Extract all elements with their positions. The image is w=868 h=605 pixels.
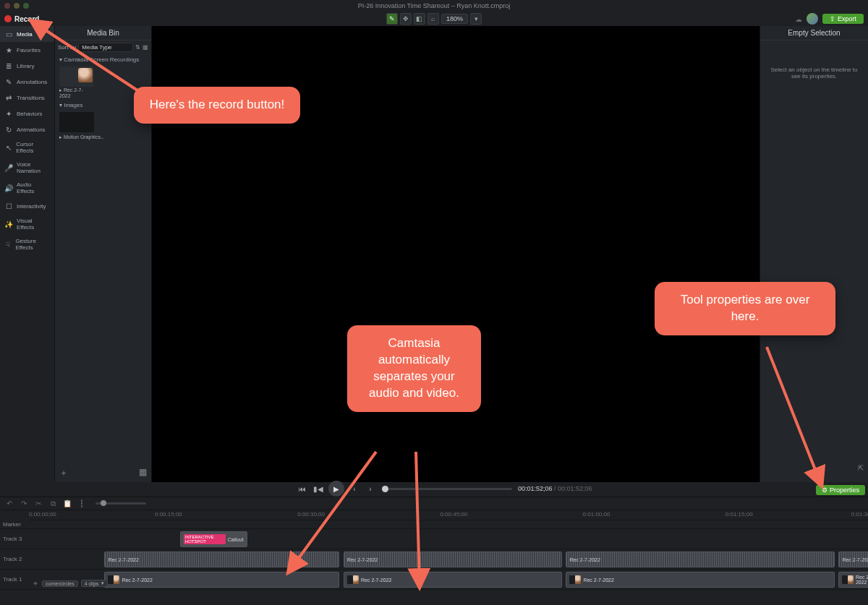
export-label: Export bbox=[838, 15, 856, 22]
sidebar-item-library[interactable]: ≣Library bbox=[0, 58, 54, 74]
redo-button[interactable]: ↷ bbox=[19, 499, 29, 509]
timeline-tracks: Track 3 INTERACTIVE HOTSPOT Callout Trac… bbox=[0, 529, 868, 590]
sidebar-item-label: Annotations bbox=[17, 79, 47, 85]
zoom-level[interactable]: 180% bbox=[441, 14, 468, 24]
prev-frame-button[interactable]: ⏮ bbox=[297, 483, 308, 494]
clip-video[interactable]: Rec 2-7-2022 bbox=[566, 572, 834, 588]
add-track-button[interactable]: ＋ bbox=[32, 578, 39, 588]
detach-panel-icon[interactable]: ⇱ bbox=[858, 464, 864, 472]
play-button[interactable]: ▶ bbox=[328, 481, 344, 497]
sidebar-item-animations[interactable]: ↻Animations bbox=[0, 121, 54, 137]
track-row[interactable]: Track 1 Rec 2-7-2022 Rec 2-7-2022 Rec 2-… bbox=[0, 570, 868, 590]
timeline-zoom-handle[interactable] bbox=[101, 500, 106, 506]
hotspot-badge: INTERACTIVE HOTSPOT bbox=[184, 534, 226, 544]
sidebar-item-media[interactable]: ▭Media bbox=[0, 26, 54, 42]
sort-asc-icon[interactable]: ⇅ bbox=[135, 44, 140, 51]
canvas-tools: ✎ ✥ ◧ ⌕ 180% ▾ bbox=[386, 13, 482, 25]
sidebar-item-favorites[interactable]: ★Favorites bbox=[0, 42, 54, 58]
ruler-tick: 0:00:45;00 bbox=[440, 511, 467, 518]
track-row[interactable]: Track 3 INTERACTIVE HOTSPOT Callout bbox=[0, 529, 868, 549]
cloud-icon[interactable]: ☁ bbox=[795, 15, 802, 23]
top-toolbar: Record ✎ ✥ ◧ ⌕ 180% ▾ ☁ ⇪ Export bbox=[0, 12, 868, 26]
undo-button[interactable]: ↶ bbox=[4, 499, 14, 509]
clip-video[interactable]: Rec 2-7-2022 bbox=[104, 572, 339, 588]
export-button[interactable]: ⇪ Export bbox=[822, 14, 864, 24]
sidebar-item-label: Favorites bbox=[17, 47, 41, 53]
clip-video[interactable]: Rec 2-7-2022 bbox=[838, 572, 868, 588]
sidebar-item-transitions[interactable]: ⇄Transitions bbox=[0, 90, 54, 106]
grid-view-icon[interactable]: ▦ bbox=[139, 467, 147, 479]
sidebar-item-label: Visual Effects bbox=[17, 218, 50, 231]
record-button[interactable]: Record bbox=[4, 15, 39, 23]
cut-button[interactable]: ✂ bbox=[33, 499, 43, 509]
speaker-icon: 🔊 bbox=[4, 184, 13, 192]
timeline-ruler[interactable]: 0:00:00;00 0:00:15;00 0:00:30;00 0:00:45… bbox=[29, 510, 868, 520]
step-fwd-button[interactable]: ‹ bbox=[349, 483, 360, 494]
mic-icon: 🎤 bbox=[4, 163, 13, 172]
seek-handle[interactable] bbox=[382, 486, 388, 492]
sidebar-item-label: Cursor Effects bbox=[16, 141, 50, 154]
annotation-note: Camtasia automatically separates your au… bbox=[347, 325, 481, 412]
seek-bar[interactable] bbox=[382, 488, 512, 490]
track-header[interactable]: Track 3 bbox=[0, 536, 29, 542]
magnify-tool-button[interactable]: ⌕ bbox=[427, 13, 439, 25]
clip-audio[interactable]: Rec 2-7-2022 bbox=[344, 552, 562, 567]
timeline-toolbar: ↶ ↷ ✂ ⧉ 📋 ┇ bbox=[0, 497, 868, 510]
transport-bar: ⏮ ▮◀ ▶ ‹ › 00:01:52;06 / 00:01:52;06 bbox=[152, 482, 760, 495]
properties-button[interactable]: ⚙ Properties bbox=[816, 485, 865, 495]
interactivity-icon: ☐ bbox=[4, 202, 13, 210]
edit-tool-button[interactable]: ✎ bbox=[386, 13, 398, 25]
sidebar-item-voice-narration[interactable]: 🎤Voice Narration bbox=[0, 158, 54, 178]
sidebar-item-annotations[interactable]: ✎Annotations bbox=[0, 74, 54, 90]
category-screen-recordings[interactable]: ▾ Camtasia Screen Recordings bbox=[55, 54, 151, 65]
category-label: Images bbox=[64, 102, 82, 108]
sidebar-item-interactivity[interactable]: ☐Interactivity bbox=[0, 198, 54, 214]
sidebar-item-cursor-effects[interactable]: ↖Cursor Effects bbox=[0, 137, 54, 158]
next-frame-button[interactable]: › bbox=[365, 483, 376, 494]
crop-tool-button[interactable]: ◧ bbox=[414, 13, 425, 25]
sidebar-item-label: Animations bbox=[17, 126, 46, 133]
subclip-count[interactable]: 4 clips ▾ bbox=[81, 580, 108, 587]
clip-audio[interactable]: Rec 2-7-2022 bbox=[566, 552, 834, 567]
paste-button[interactable]: 📋 bbox=[62, 499, 72, 509]
step-back-button[interactable]: ▮◀ bbox=[312, 483, 324, 494]
sidebar-item-gesture-effects[interactable]: ☟Gesture Effects bbox=[0, 234, 54, 254]
sidebar-item-label: Voice Narration bbox=[17, 161, 50, 174]
sort-row: Sort by Media Type ⇅ ▦ bbox=[55, 40, 151, 54]
track-header[interactable]: Track 2 bbox=[0, 556, 29, 562]
track-header[interactable]: Track 1 bbox=[0, 576, 29, 583]
annotation-note: Here's the record button! bbox=[134, 87, 300, 124]
ruler-tick: 0:01:15;00 bbox=[726, 511, 753, 518]
split-button[interactable]: ┇ bbox=[77, 499, 87, 509]
clip-audio[interactable]: Rec 2-7-2022 bbox=[104, 552, 339, 567]
media-icon: ▭ bbox=[4, 30, 13, 38]
clip-audio[interactable]: Rec 2-7-2022 bbox=[838, 552, 868, 567]
clip-video[interactable]: Rec 2-7-2022 bbox=[344, 572, 562, 588]
record-label: Record bbox=[14, 15, 39, 23]
marker-row[interactable]: Marker bbox=[0, 520, 868, 529]
media-thumbnail[interactable] bbox=[59, 112, 94, 132]
sidebar-item-behaviors[interactable]: ✦Behaviors bbox=[0, 106, 54, 121]
annotation-note: Tool properties are over here. bbox=[655, 282, 835, 335]
user-avatar[interactable] bbox=[807, 13, 818, 25]
media-thumbnail[interactable]: ▸ Rec 2-7-2022 bbox=[59, 66, 94, 98]
add-media-button[interactable]: ＋ bbox=[59, 467, 68, 479]
copy-button[interactable]: ⧉ bbox=[48, 499, 58, 509]
clip-label: Rec 2-7-2022 bbox=[583, 578, 613, 583]
properties-title: Empty Selection bbox=[760, 26, 868, 40]
sidebar-item-visual-effects[interactable]: ✨Visual Effects bbox=[0, 214, 54, 234]
transitions-icon: ⇄ bbox=[4, 93, 13, 102]
view-toggle-icon[interactable]: ▦ bbox=[142, 44, 148, 51]
hand-tool-button[interactable]: ✥ bbox=[400, 13, 412, 25]
sort-select[interactable]: Media Type bbox=[78, 43, 133, 52]
ruler-tick: 0:00:15;00 bbox=[155, 511, 182, 518]
sidebar-item-audio-effects[interactable]: 🔊Audio Effects bbox=[0, 178, 54, 198]
zoom-dropdown-icon[interactable]: ▾ bbox=[470, 13, 482, 25]
thumbnail-label: ▸ Rec 2-7-2022 bbox=[59, 87, 94, 98]
subclip[interactable]: cornercircles bbox=[42, 580, 78, 587]
timeline-zoom-slider[interactable] bbox=[95, 502, 146, 505]
clip-callout[interactable]: INTERACTIVE HOTSPOT Callout bbox=[180, 531, 247, 547]
track-row[interactable]: Track 2 Rec 2-7-2022 Rec 2-7-2022 Rec 2-… bbox=[0, 549, 868, 570]
timeline-panel: ↶ ↷ ✂ ⧉ 📋 ┇ 0:00:00;00 0:00:15;00 0:00:3… bbox=[0, 497, 868, 605]
gear-icon: ⚙ bbox=[822, 486, 827, 494]
